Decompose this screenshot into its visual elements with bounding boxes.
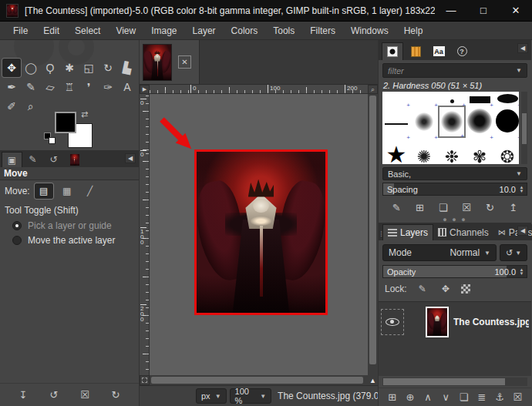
reset-tool-options-button[interactable]: ↻ [108,388,123,403]
move-path-mode[interactable]: ╱ [81,183,99,199]
menu-colors[interactable]: Colors [224,23,265,39]
menu-select[interactable]: Select [68,23,107,39]
merge-down-button[interactable]: ≣ [474,390,490,405]
image-tab[interactable]: ✕ [140,40,200,84]
transform-tool[interactable]: ↻ [99,59,117,77]
collapse-dock-icon[interactable]: ◀ [517,43,528,53]
new-layer-group-button[interactable]: ⊕ [402,390,418,405]
collapse-dock-icon[interactable]: ◀ [517,226,528,236]
brush-cell-hardness-100[interactable] [493,106,519,138]
lock-alpha-icon[interactable] [461,284,470,294]
canvas-image[interactable] [194,149,328,315]
brush-cell-block[interactable] [466,92,493,106]
tab-tool-options[interactable]: ▣ [2,152,22,167]
brush-cell-hardness-050[interactable] [438,106,466,138]
horizontal-ruler[interactable]: 0100200 [150,85,368,94]
menu-help[interactable]: Help [397,23,430,39]
open-brush-as-image-button[interactable]: ↥ [506,200,521,215]
menu-windows[interactable]: Windows [344,23,396,39]
refresh-brushes-button[interactable]: ↻ [482,200,497,215]
crop-tool[interactable]: ◱ [79,59,98,77]
spacing-spinner[interactable]: ▲▼ [518,186,525,193]
lower-layer-button[interactable]: ∨ [438,390,453,405]
free-select-tool[interactable]: Ϙ [41,59,59,77]
menu-edit[interactable]: Edit [36,23,66,39]
menu-tools[interactable]: Tools [266,23,301,39]
brush-cell-ellipse[interactable] [493,92,519,106]
collapse-dock-icon[interactable]: ◀ [125,153,136,163]
color-picker-tool[interactable]: ✐ [2,97,21,116]
close-button[interactable]: ✕ [500,0,532,22]
brush-cell-acrylic-1[interactable]: ✺ [410,138,438,164]
opacity-spinner[interactable]: ▲▼ [518,268,525,276]
lock-position-icon[interactable]: ✥ [438,281,453,297]
zoom-follow-window-icon[interactable]: ⌕ [368,85,378,94]
dock-resize-handle[interactable]: ● ● ● [379,216,531,223]
brush-cell-acrylic-3[interactable]: ✾ [466,138,493,164]
clone-tool[interactable]: ♖ [60,78,79,96]
brush-cell-star[interactable]: ★ [382,138,410,164]
radio-pick-layer-label[interactable]: Pick a layer or guide [28,220,112,231]
unit-dropdown[interactable]: px ▼ [196,388,227,404]
brush-cell-hardness-025[interactable] [410,106,438,138]
vertical-ruler[interactable]: 00100200 [140,94,150,375]
brush-scrollbar[interactable] [521,92,527,164]
tab-undo-history[interactable]: ↺ [43,152,64,167]
tab-device-status[interactable]: ✎ [22,152,43,167]
new-brush-button[interactable]: ⊞ [412,200,427,215]
navigate-image-icon[interactable]: ▲ [368,375,378,385]
spacing-slider[interactable]: Spacing 10.0 ▲▼ [382,183,527,196]
menu-file[interactable]: File [6,23,35,39]
default-colors-button[interactable] [44,133,56,145]
brush-cell-pixel[interactable] [438,92,466,106]
radio-pick-layer[interactable] [12,221,22,230]
brush-cell-empty[interactable] [410,92,438,106]
radio-move-active-label[interactable]: Move the active layer [28,235,115,246]
save-tool-preset-button[interactable]: ↧ [15,388,31,403]
bucket-fill-tool[interactable]: ▙ [118,59,136,77]
eraser-tool[interactable]: ▱ [41,78,59,96]
quick-mask-toggle[interactable] [140,375,150,385]
close-image-icon[interactable]: ✕ [178,55,191,69]
duplicate-layer-button[interactable]: ❏ [456,390,472,405]
horizontal-scrollbar[interactable] [150,375,368,385]
tab-brushes[interactable] [382,42,403,60]
fuzzy-select-tool[interactable]: ✱ [60,59,79,77]
maximize-button[interactable]: □ [467,0,500,22]
paintbrush-tool[interactable]: ✎ [22,78,40,96]
layer-thumbnail[interactable] [426,307,449,337]
anchor-layer-button[interactable]: ⚓ [492,390,507,405]
layer-list-scrollbar[interactable] [382,377,527,386]
ruler-corner-menu-button[interactable]: ▶ [140,85,150,94]
edit-brush-button[interactable]: ✎ [389,200,404,215]
mode-options-button[interactable]: ↺ ▼ [500,244,527,261]
minimize-button[interactable]: — [435,0,467,22]
tab-channels[interactable]: Channels [433,224,493,240]
menu-filters[interactable]: Filters [303,23,342,39]
brush-cell-hardness-075[interactable] [466,106,493,138]
layer-mode-dropdown[interactable]: Mode Normal ▼ [382,244,497,261]
tab-patterns[interactable] [405,42,426,60]
brush-cell-empty[interactable] [382,92,410,106]
ink-tool[interactable]: ✒ [2,78,21,96]
duplicate-brush-button[interactable]: ❏ [436,200,451,215]
brush-filter-input[interactable]: filter ▼ [382,63,527,78]
move-selection-mode[interactable]: ▦ [58,183,76,199]
paths-tool[interactable]: ✑ [99,78,117,96]
delete-layer-button[interactable]: ☒ [510,390,525,405]
menu-layer[interactable]: Layer [186,23,223,39]
delete-brush-button[interactable]: ☒ [459,200,474,215]
foreground-color-swatch[interactable] [55,112,76,133]
brush-cell-acrylic-4[interactable]: ❂ [493,138,519,164]
vertical-scrollbar[interactable] [368,94,378,375]
tab-help[interactable]: ? [451,42,473,60]
new-layer-button[interactable]: ⊞ [385,390,400,405]
drag-grip-icon[interactable]: ⁞⁞ [380,230,381,238]
tab-fonts[interactable]: Aa [428,42,450,60]
move-tool[interactable]: ✥ [2,59,21,77]
brush-cell-acrylic-2[interactable]: ❉ [438,138,466,164]
ellipse-select-tool[interactable]: ◯ [22,59,40,77]
layer-row[interactable]: The Countess.jpg [381,305,529,339]
canvas-viewport[interactable] [150,94,368,375]
raise-layer-button[interactable]: ∧ [420,390,436,405]
